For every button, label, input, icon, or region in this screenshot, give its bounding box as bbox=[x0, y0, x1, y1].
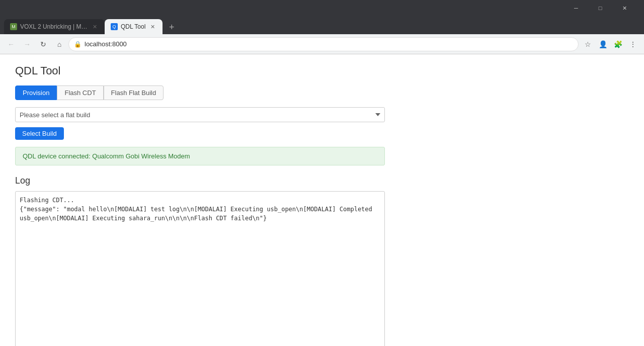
maximize-button[interactable]: □ bbox=[589, 0, 612, 16]
page-content: QDL Tool Provision Flash CDT Flash Flat … bbox=[0, 54, 644, 346]
log-textarea[interactable] bbox=[15, 191, 385, 346]
tab-title-voxl: VOXL 2 Unbricking | ModalAI Tr... bbox=[20, 23, 88, 30]
tab-btn-provision[interactable]: Provision bbox=[15, 85, 57, 100]
titlebar: ─ □ ✕ bbox=[0, 0, 644, 16]
log-section-title: Log bbox=[15, 176, 629, 186]
browser-chrome: ─ □ ✕ M VOXL 2 Unbricking | ModalAI Tr..… bbox=[0, 0, 644, 54]
tab-favicon-qdl: Q bbox=[111, 23, 118, 30]
tab-qdl[interactable]: Q QDL Tool ✕ bbox=[105, 19, 163, 34]
tabs-bar: M VOXL 2 Unbricking | ModalAI Tr... ✕ Q … bbox=[0, 16, 644, 34]
select-build-button[interactable]: Select Build bbox=[15, 127, 64, 140]
home-button[interactable]: ⌂ bbox=[52, 37, 66, 51]
back-button[interactable]: ← bbox=[4, 37, 18, 51]
tab-close-qdl[interactable]: ✕ bbox=[148, 23, 156, 31]
address-bar-wrap: 🔒 bbox=[68, 37, 579, 51]
bookmark-button[interactable]: ☆ bbox=[581, 37, 595, 51]
tab-buttons: Provision Flash CDT Flash Flat Build bbox=[15, 85, 629, 100]
browser-toolbar: ← → ↻ ⌂ 🔒 ☆ 👤 🧩 ⋮ bbox=[0, 34, 644, 54]
address-icon: 🔒 bbox=[74, 41, 82, 48]
reload-button[interactable]: ↻ bbox=[36, 37, 50, 51]
flat-build-select[interactable]: Please select a flat build bbox=[15, 107, 385, 122]
tab-favicon-voxl: M bbox=[10, 23, 17, 30]
tab-close-voxl[interactable]: ✕ bbox=[91, 23, 99, 31]
menu-button[interactable]: ⋮ bbox=[626, 37, 640, 51]
forward-button[interactable]: → bbox=[20, 37, 34, 51]
status-banner: QDL device connected: Qualcomm Gobi Wire… bbox=[15, 147, 385, 165]
tab-title-qdl: QDL Tool bbox=[121, 23, 145, 30]
account-button[interactable]: 👤 bbox=[596, 37, 610, 51]
new-tab-button[interactable]: + bbox=[165, 20, 179, 34]
page-title: QDL Tool bbox=[15, 64, 629, 77]
extensions-button[interactable]: 🧩 bbox=[611, 37, 625, 51]
toolbar-actions: ☆ 👤 🧩 ⋮ bbox=[581, 37, 640, 51]
address-input[interactable] bbox=[85, 40, 573, 48]
tab-voxl[interactable]: M VOXL 2 Unbricking | ModalAI Tr... ✕ bbox=[4, 19, 105, 34]
tab-btn-flash-cdt[interactable]: Flash CDT bbox=[57, 85, 103, 100]
tab-btn-flash-flat-build[interactable]: Flash Flat Build bbox=[104, 85, 164, 100]
minimize-button[interactable]: ─ bbox=[565, 0, 588, 16]
window-controls: ─ □ ✕ bbox=[565, 0, 636, 16]
close-button[interactable]: ✕ bbox=[613, 0, 636, 16]
